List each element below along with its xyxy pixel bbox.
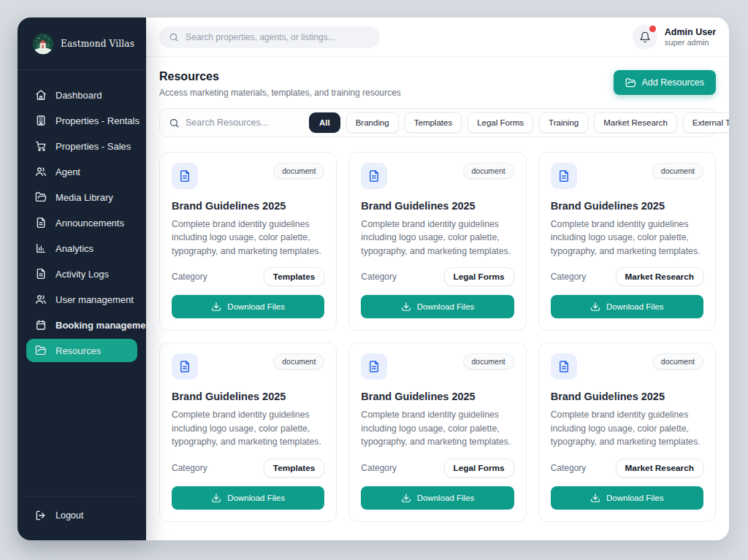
file-icon	[361, 163, 387, 189]
sidebar-item-dashboard[interactable]: Dashboard	[26, 83, 137, 107]
resource-description: Complete brand identity guidelines inclu…	[172, 218, 324, 258]
sidebar-item-properties-sales[interactable]: Properties - Sales	[26, 134, 137, 158]
download-files-button[interactable]: Download Files	[361, 295, 514, 318]
category-badge: Market Research	[616, 267, 703, 286]
sidebar-item-analytics[interactable]: Analytics	[26, 237, 137, 260]
users-icon	[35, 294, 47, 305]
search-icon	[169, 32, 179, 42]
resource-description: Complete brand identity guidelines inclu…	[551, 218, 703, 258]
download-files-label: Download Files	[227, 494, 285, 502]
global-search-input[interactable]	[186, 32, 370, 42]
villa-logo-icon	[32, 33, 54, 55]
page-header-text: Resources Access marketing materials, te…	[159, 70, 401, 98]
category-label: Category	[361, 463, 397, 473]
category-badge: Legal Forms	[444, 459, 514, 477]
download-icon	[590, 493, 600, 503]
download-icon	[401, 302, 411, 312]
download-files-label: Download Files	[606, 494, 664, 502]
resource-title: Brand Guidelines 2025	[172, 391, 324, 402]
category-label: Category	[361, 272, 397, 282]
file-icon	[172, 353, 198, 380]
resource-title: Brand Guidelines 2025	[551, 200, 703, 212]
sidebar-footer: Logout	[25, 496, 139, 540]
category-badge: Market Research	[616, 459, 703, 477]
app-window: Eastmond Villas Dashboard Properties - R…	[0, 0, 748, 560]
sidebar-item-media-library[interactable]: Media Library	[26, 185, 137, 209]
notifications-button[interactable]	[633, 25, 657, 50]
folder-icon	[625, 77, 636, 88]
calendar-icon	[35, 319, 47, 331]
resource-type-badge: document	[463, 163, 514, 179]
category-label: Category	[551, 463, 587, 473]
category-badge: Templates	[264, 267, 324, 286]
filter-chip-legal-forms[interactable]: Legal Forms	[468, 112, 533, 133]
resource-type-badge: document	[652, 353, 703, 369]
logout-button[interactable]: Logout	[34, 507, 130, 524]
folder-icon	[35, 345, 47, 356]
main-panel: Admin User super admin Resources Access …	[146, 18, 729, 540]
filter-chip-branding[interactable]: Branding	[346, 112, 399, 133]
file-icon	[35, 217, 47, 229]
resource-description: Complete brand identity guidelines inclu…	[551, 408, 703, 448]
download-icon	[211, 302, 221, 312]
search-icon	[169, 118, 180, 129]
download-files-button[interactable]: Download Files	[172, 486, 324, 510]
sidebar-item-properties-rentals[interactable]: Properties - Rentals	[26, 109, 137, 132]
file-icon	[172, 163, 198, 189]
logout-label: Logout	[56, 510, 83, 521]
resource-type-badge: document	[463, 353, 514, 369]
file-icon	[35, 268, 47, 280]
global-search[interactable]	[159, 26, 380, 48]
filter-chip-external-tools[interactable]: External Tools	[683, 112, 729, 133]
download-files-label: Download Files	[606, 302, 664, 311]
folder-icon	[35, 191, 47, 203]
download-files-button[interactable]: Download Files	[172, 295, 324, 318]
brand: Eastmond Villas	[18, 18, 146, 70]
sidebar-item-announcements[interactable]: Announcements	[26, 211, 137, 234]
download-files-label: Download Files	[417, 302, 475, 311]
filter-chip-training[interactable]: Training	[539, 112, 588, 133]
download-icon	[211, 493, 221, 503]
filter-chips: AllBrandingTemplatesLegal FormsTrainingM…	[309, 112, 729, 133]
download-icon	[401, 493, 411, 503]
logout-icon	[35, 510, 47, 521]
sidebar-item-booking-management[interactable]: Booking management	[26, 313, 137, 337]
category-label: Category	[172, 272, 207, 282]
sidebar-item-resources[interactable]: Resources	[26, 339, 137, 362]
category-label: Category	[551, 272, 587, 282]
add-resources-button[interactable]: Add Resources	[614, 70, 716, 95]
resource-description: Complete brand identity guidelines inclu…	[172, 408, 324, 448]
resource-card: document Brand Guidelines 2025 Complete …	[348, 342, 526, 521]
sidebar: Eastmond Villas Dashboard Properties - R…	[18, 18, 146, 540]
chart-icon	[35, 242, 47, 254]
download-files-label: Download Files	[417, 494, 475, 502]
download-files-button[interactable]: Download Files	[361, 486, 514, 510]
bell-icon	[639, 31, 651, 43]
resource-card: document Brand Guidelines 2025 Complete …	[159, 152, 337, 331]
file-icon	[551, 353, 577, 380]
sidebar-item-activity-logs[interactable]: Activity Logs	[26, 262, 137, 285]
resources-search-input[interactable]	[186, 118, 303, 128]
resource-description: Complete brand identity guidelines inclu…	[361, 408, 514, 448]
resource-type-badge: document	[273, 353, 324, 369]
user-area: Admin User super admin	[633, 25, 716, 50]
brand-name: Eastmond Villas	[61, 39, 134, 49]
resource-title: Brand Guidelines 2025	[172, 200, 324, 212]
filter-chip-templates[interactable]: Templates	[405, 112, 462, 133]
download-files-button[interactable]: Download Files	[551, 295, 703, 318]
resource-title: Brand Guidelines 2025	[361, 200, 514, 212]
download-files-button[interactable]: Download Files	[551, 486, 703, 510]
sidebar-item-user-management[interactable]: User management	[26, 288, 137, 311]
download-files-label: Download Files	[227, 302, 285, 311]
home-icon	[35, 89, 47, 101]
notification-dot	[649, 26, 656, 32]
download-icon	[590, 302, 600, 312]
resource-card: document Brand Guidelines 2025 Complete …	[538, 342, 716, 521]
sidebar-item-agent[interactable]: Agent	[26, 160, 137, 183]
page-header: Resources Access marketing materials, te…	[146, 57, 729, 108]
building-icon	[35, 115, 47, 126]
filter-chip-all[interactable]: All	[309, 112, 340, 133]
cart-icon	[35, 140, 47, 152]
category-badge: Legal Forms	[444, 267, 514, 286]
filter-chip-market-research[interactable]: Market Research	[594, 112, 677, 133]
